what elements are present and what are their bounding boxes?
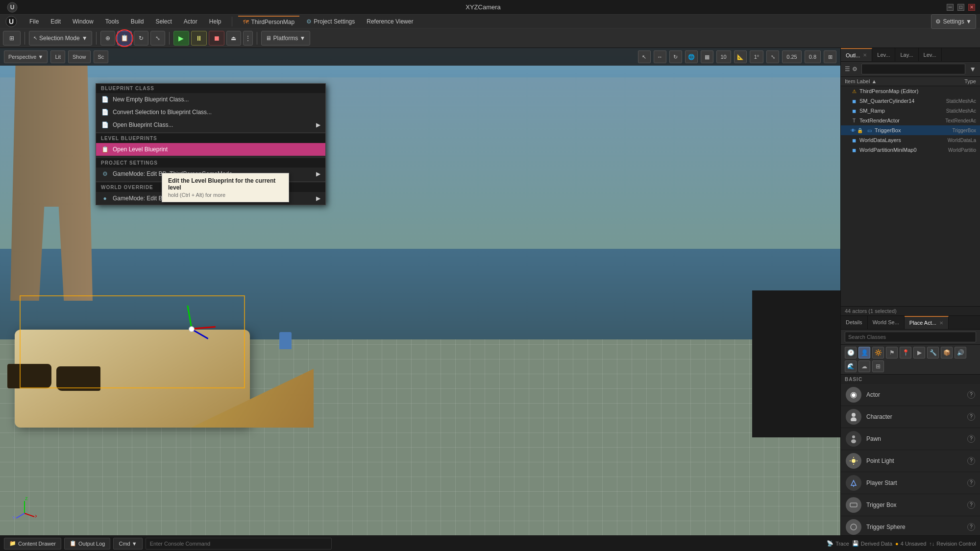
tab-reference-viewer[interactable]: Reference Viewer	[362, 16, 418, 27]
cmd-dropdown[interactable]: Cmd ▼	[113, 538, 142, 550]
actor-help-triggerbox[interactable]: ?	[967, 501, 975, 509]
vp-move-icon[interactable]: ↔	[654, 50, 666, 63]
filter-shapes[interactable]: ⚑	[886, 347, 898, 359]
filter-volumes[interactable]: 🔧	[927, 347, 939, 359]
actor-row-triggersphere[interactable]: Trigger Sphere ?	[841, 516, 980, 536]
close-button[interactable]: ✕	[968, 4, 975, 11]
tab-levels2[interactable]: Lev...	[919, 48, 942, 61]
play-button[interactable]: ▶	[173, 31, 189, 46]
vp-scale-icon[interactable]: ⤡	[766, 50, 779, 63]
blueprint-button[interactable]: 📋	[117, 31, 132, 46]
actor-help-character[interactable]: ?	[967, 413, 975, 421]
maximize-button[interactable]: □	[957, 4, 964, 11]
menu-file[interactable]: File	[24, 16, 44, 27]
output-log-button[interactable]: 📋 Output Log	[64, 538, 110, 550]
minimize-button[interactable]: ─	[947, 4, 954, 11]
console-input[interactable]	[146, 538, 332, 550]
transform-gizmo[interactable]	[176, 305, 216, 344]
filter-visual[interactable]: ▶	[913, 347, 925, 359]
eye-icon[interactable]: 👁	[851, 128, 856, 133]
menu-new-blueprint[interactable]: 📄 New Empty Blueprint Class...	[96, 93, 325, 106]
actor-row-character[interactable]: Character ?	[841, 406, 980, 428]
viewport[interactable]: Perspective ▼ Lit Show Sc ↖ ↔ ↻ 🌐 ▦ 10 📐…	[0, 48, 840, 535]
col-type[interactable]: Type	[927, 78, 976, 84]
close-place-actors-tab[interactable]: ✕	[939, 320, 943, 326]
outliner-settings-icon[interactable]: ☰ ⚙	[845, 66, 858, 72]
filter-grid[interactable]: ⊞	[872, 360, 884, 372]
platforms-dropdown[interactable]: 🖥 Platforms ▼	[261, 31, 310, 46]
menu-open-blueprint-class[interactable]: 📄 Open Blueprint Class... ▶	[96, 119, 325, 131]
actor-row-actor[interactable]: ◉ Actor ?	[841, 384, 980, 406]
actor-row-pawn[interactable]: Pawn ?	[841, 428, 980, 450]
actor-help-triggersphere[interactable]: ?	[967, 523, 975, 531]
mode-button[interactable]: ⊞	[3, 31, 21, 46]
filter-audio[interactable]: 🔊	[955, 347, 966, 359]
lit-button[interactable]: Lit	[50, 50, 65, 63]
tab-outliner[interactable]: Outl... ✕	[841, 48, 872, 61]
tab-levels[interactable]: Lev...	[872, 48, 895, 61]
vp-grid-icon[interactable]: ▦	[701, 50, 713, 63]
menu-select[interactable]: Select	[150, 16, 176, 27]
vp-camera-value[interactable]: 0.8	[805, 50, 821, 63]
filter-recent[interactable]: 🕐	[845, 347, 857, 359]
menu-actor[interactable]: Actor	[179, 16, 202, 27]
actor-row-triggerbox[interactable]: Trigger Box ?	[841, 494, 980, 516]
unsaved-indicator[interactable]: ● 4 Unsaved	[895, 541, 926, 547]
trace-button[interactable]: 📡 Trace	[827, 540, 849, 547]
menu-open-level-blueprint[interactable]: 📋 Open Level Blueprint	[96, 143, 325, 156]
filter-sky[interactable]: ☁	[858, 360, 870, 372]
filter-lights[interactable]: 🔆	[872, 347, 884, 359]
place-actors-search-input[interactable]	[845, 332, 976, 342]
vp-globe-icon[interactable]: 🌐	[685, 50, 698, 63]
vp-maximize-icon[interactable]: ⊞	[824, 50, 836, 63]
outl-item-sm-quarter[interactable]: ◼ SM_QuarterCylinder14 StaticMeshAc	[841, 96, 980, 106]
actor-help-actor[interactable]: ?	[967, 391, 975, 399]
actor-row-pointlight[interactable]: Point Light ?	[841, 450, 980, 472]
actor-row-playerstart[interactable]: Player Start ?	[841, 472, 980, 494]
outl-item-worldpartition[interactable]: ◼ WorldPartitionMiniMap0 WorldPartitio	[841, 145, 980, 155]
menu-edit[interactable]: Edit	[46, 16, 66, 27]
playmode-options[interactable]: ⋮	[243, 31, 253, 46]
outl-item-thirdpersonmap[interactable]: ⚠ ThirdPersonMap (Editor)	[841, 86, 980, 96]
tab-layers[interactable]: Lay...	[895, 48, 918, 61]
actor-help-pointlight[interactable]: ?	[967, 457, 975, 465]
actor-help-playerstart[interactable]: ?	[967, 479, 975, 487]
vp-scale-value[interactable]: 0.25	[782, 50, 801, 63]
filter-cinematic[interactable]: 📍	[900, 347, 911, 359]
vp-select-icon[interactable]: ↖	[638, 50, 651, 63]
filter-all-classes[interactable]: 📦	[941, 347, 953, 359]
menu-window[interactable]: Window	[68, 16, 98, 27]
stop-button[interactable]: ⏹	[209, 31, 224, 46]
col-label[interactable]: Item Label ▲	[845, 78, 927, 84]
outliner-filter-icon[interactable]: ▼	[969, 65, 976, 73]
filter-basic[interactable]: 👤	[858, 347, 870, 359]
outl-item-worlddata[interactable]: ◼ WorldDataLayers WorldDataLa	[841, 135, 980, 145]
tab-thirdpersonmap[interactable]: 🗺 ThirdPersonMap	[238, 16, 299, 27]
menu-build[interactable]: Build	[126, 16, 149, 27]
vp-rotate-icon[interactable]: ↻	[669, 50, 682, 63]
vp-angle-value[interactable]: 1°	[750, 50, 764, 63]
vp-grid-size[interactable]: 10	[716, 50, 731, 63]
tab-place-actors[interactable]: Place Act... ✕	[905, 316, 949, 329]
derived-data-button[interactable]: 💾 Derived Data	[852, 540, 892, 547]
actor-help-pawn[interactable]: ?	[967, 435, 975, 443]
outl-item-triggerbox[interactable]: 👁 🔒 ▭ TriggerBox TriggerBox	[841, 125, 980, 135]
show-button[interactable]: Show	[68, 50, 91, 63]
tab-project-settings[interactable]: ⚙ Project Settings	[301, 16, 360, 27]
rotate-tool[interactable]: ↻	[134, 31, 148, 46]
tab-details[interactable]: Details	[841, 316, 868, 329]
scale-tool[interactable]: ⤡	[150, 31, 165, 46]
pause-button[interactable]: ⏸	[191, 31, 207, 46]
perspective-button[interactable]: Perspective ▼	[4, 50, 48, 63]
revision-control-button[interactable]: ↑↓ Revision Control	[929, 541, 976, 547]
content-drawer-button[interactable]: 📁 Content Drawer	[4, 538, 61, 550]
outl-item-textrender[interactable]: T TextRenderActor TextRenderAc	[841, 116, 980, 125]
menu-convert-to-blueprint[interactable]: 📄 Convert Selection to Blueprint Class..…	[96, 106, 325, 119]
outl-item-sm-ramp[interactable]: ◼ SM_Ramp StaticMeshAc	[841, 106, 980, 116]
vp-angle-icon[interactable]: 📐	[734, 50, 747, 63]
move-tool[interactable]: ⊕	[100, 31, 115, 46]
menu-tools[interactable]: Tools	[100, 16, 124, 27]
close-outliner-tab[interactable]: ✕	[863, 52, 867, 58]
sc-button[interactable]: Sc	[94, 50, 109, 63]
filter-landscape[interactable]: 🌊	[845, 360, 857, 372]
